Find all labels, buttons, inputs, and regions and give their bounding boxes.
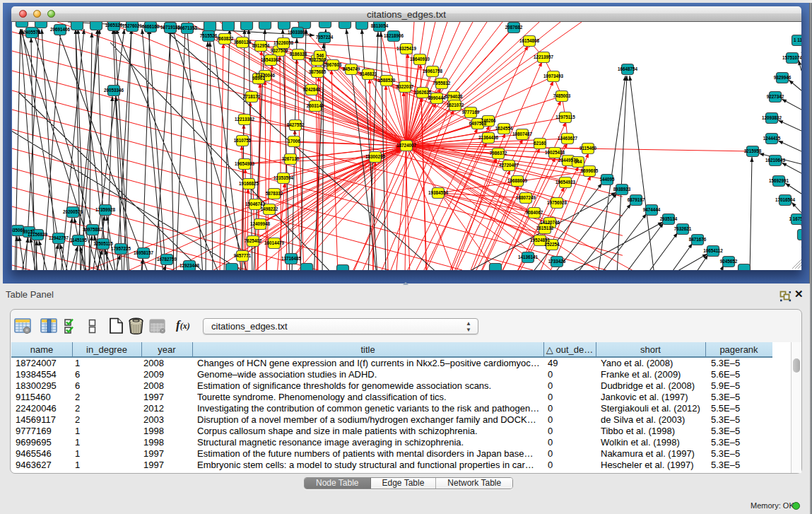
svg-text:7625402: 7625402 bbox=[245, 238, 262, 243]
svg-text:7632621: 7632621 bbox=[674, 226, 692, 231]
svg-text:9327509: 9327509 bbox=[271, 48, 288, 53]
svg-text:19756928: 19756928 bbox=[547, 200, 567, 205]
svg-text:16961758: 16961758 bbox=[423, 69, 443, 74]
svg-text:2087682: 2087682 bbox=[505, 25, 523, 30]
svg-text:15046743: 15046743 bbox=[245, 201, 266, 206]
svg-text:7485003: 7485003 bbox=[553, 93, 571, 98]
svg-text:2405573: 2405573 bbox=[23, 30, 41, 35]
svg-text:13463627: 13463627 bbox=[558, 136, 578, 141]
svg-text:19654923: 19654923 bbox=[555, 180, 576, 185]
svg-text:10688609: 10688609 bbox=[507, 178, 528, 183]
svg-text:10807487: 10807487 bbox=[512, 132, 533, 136]
svg-text:15226058: 15226058 bbox=[273, 40, 294, 45]
svg-text:9084067: 9084067 bbox=[526, 210, 543, 215]
svg-text:12353594: 12353594 bbox=[273, 175, 294, 180]
svg-text:19654983: 19654983 bbox=[235, 161, 255, 166]
svg-text:10973493: 10973493 bbox=[543, 74, 564, 78]
svg-text:8813054: 8813054 bbox=[371, 23, 389, 28]
svg-text:844: 844 bbox=[575, 159, 582, 164]
svg-text:9115460: 9115460 bbox=[579, 146, 597, 151]
svg-text:17359928: 17359928 bbox=[95, 207, 116, 212]
svg-text:144095: 144095 bbox=[599, 177, 615, 182]
svg-text:3215958: 3215958 bbox=[744, 148, 762, 153]
svg-text:3267130: 3267130 bbox=[282, 156, 300, 161]
svg-text:98961: 98961 bbox=[252, 76, 265, 81]
svg-text:62160: 62160 bbox=[534, 141, 546, 146]
svg-text:1065326: 1065326 bbox=[105, 23, 123, 28]
svg-text:8938923: 8938923 bbox=[613, 187, 631, 192]
svg-text:5878332: 5878332 bbox=[266, 191, 283, 196]
svg-text:18807249: 18807249 bbox=[516, 195, 536, 200]
svg-text:10025438: 10025438 bbox=[545, 150, 565, 155]
svg-text:2967608: 2967608 bbox=[324, 62, 342, 67]
svg-text:10671355: 10671355 bbox=[177, 25, 198, 30]
svg-text:7515526: 7515526 bbox=[200, 33, 218, 38]
svg-text:9327508: 9327508 bbox=[309, 57, 326, 62]
svg-text:12213957: 12213957 bbox=[534, 54, 554, 59]
svg-text:12213382: 12213382 bbox=[235, 117, 255, 122]
svg-text:9245652: 9245652 bbox=[720, 259, 738, 264]
svg-text:15692991: 15692991 bbox=[769, 178, 789, 183]
svg-text:1145195: 1145195 bbox=[70, 238, 88, 243]
svg-text:9474444: 9474444 bbox=[643, 207, 661, 212]
svg-text:12156829: 12156829 bbox=[28, 232, 48, 237]
svg-text:8454749: 8454749 bbox=[343, 66, 360, 71]
svg-text:9777169: 9777169 bbox=[462, 110, 480, 115]
svg-text:30975887: 30975887 bbox=[83, 227, 103, 232]
svg-text:12505115: 12505115 bbox=[93, 241, 113, 246]
svg-text:14136141: 14136141 bbox=[518, 255, 539, 259]
svg-text:14120746: 14120746 bbox=[540, 220, 560, 225]
svg-text:9146821: 9146821 bbox=[360, 71, 377, 76]
svg-text:12923448: 12923448 bbox=[180, 263, 200, 268]
svg-text:18218906: 18218906 bbox=[384, 33, 404, 38]
svg-text:20200576: 20200576 bbox=[63, 209, 83, 214]
svg-text:1610755: 1610755 bbox=[234, 138, 252, 143]
svg-text:16210643: 16210643 bbox=[765, 158, 786, 163]
svg-text:8471676: 8471676 bbox=[689, 237, 707, 242]
svg-text:746266: 746266 bbox=[481, 118, 496, 123]
svg-text:1498222: 1498222 bbox=[261, 206, 278, 211]
svg-text:8990444: 8990444 bbox=[428, 95, 446, 100]
svg-text:15276021: 15276021 bbox=[122, 23, 143, 28]
svg-text:12975115: 12975115 bbox=[555, 115, 575, 119]
svg-text:18724007: 18724007 bbox=[396, 143, 417, 148]
svg-text:1 16753: 1 16753 bbox=[789, 216, 801, 221]
svg-text:7357224: 7357224 bbox=[316, 35, 334, 40]
svg-text:6879197: 6879197 bbox=[628, 197, 645, 202]
svg-text:2603144: 2603144 bbox=[307, 103, 324, 108]
svg-text:1588520: 1588520 bbox=[378, 78, 396, 83]
svg-text:16014479: 16014479 bbox=[264, 240, 285, 245]
svg-text:16958157: 16958157 bbox=[134, 250, 154, 255]
svg-text:9457771: 9457771 bbox=[234, 253, 252, 258]
svg-text:9329946: 9329946 bbox=[774, 75, 792, 80]
svg-text:9227342: 9227342 bbox=[767, 94, 784, 99]
svg-text:16154808: 16154808 bbox=[519, 38, 540, 43]
svg-text:1615132: 1615132 bbox=[536, 226, 554, 230]
svg-text:252254: 252254 bbox=[544, 242, 560, 247]
svg-text:8912954: 8912954 bbox=[252, 43, 270, 48]
svg-text:19166825: 19166825 bbox=[239, 181, 259, 186]
svg-text:7986372: 7986372 bbox=[490, 151, 507, 156]
svg-text:7955812: 7955812 bbox=[433, 81, 451, 86]
svg-text:6466160: 6466160 bbox=[142, 24, 160, 29]
svg-text:12942757: 12942757 bbox=[49, 235, 69, 240]
svg-text:7663822: 7663822 bbox=[216, 36, 234, 41]
svg-text:9699695: 9699695 bbox=[581, 168, 599, 173]
svg-text:9242848: 9242848 bbox=[303, 87, 321, 92]
svg-text:1621072: 1621072 bbox=[447, 103, 464, 107]
svg-text:1 11: 1 11 bbox=[794, 37, 801, 42]
svg-text:17957225: 17957225 bbox=[111, 246, 131, 251]
svg-text:15751074: 15751074 bbox=[782, 55, 801, 60]
svg-text:20691406: 20691406 bbox=[50, 27, 71, 32]
svg-text:1244415: 1244415 bbox=[763, 136, 781, 141]
svg-text:16033809: 16033809 bbox=[288, 30, 308, 35]
svg-text:546: 546 bbox=[317, 53, 324, 58]
svg-text:12409948: 12409948 bbox=[250, 221, 271, 226]
svg-text:10654112: 10654112 bbox=[703, 248, 723, 253]
svg-text:6794028: 6794028 bbox=[445, 94, 463, 99]
svg-text:3660124: 3660124 bbox=[234, 40, 252, 45]
svg-text:16648754: 16648754 bbox=[618, 66, 638, 71]
svg-text:8427552: 8427552 bbox=[287, 122, 305, 127]
svg-text:1624554: 1624554 bbox=[495, 126, 513, 131]
svg-text:20053346: 20053346 bbox=[104, 88, 124, 93]
